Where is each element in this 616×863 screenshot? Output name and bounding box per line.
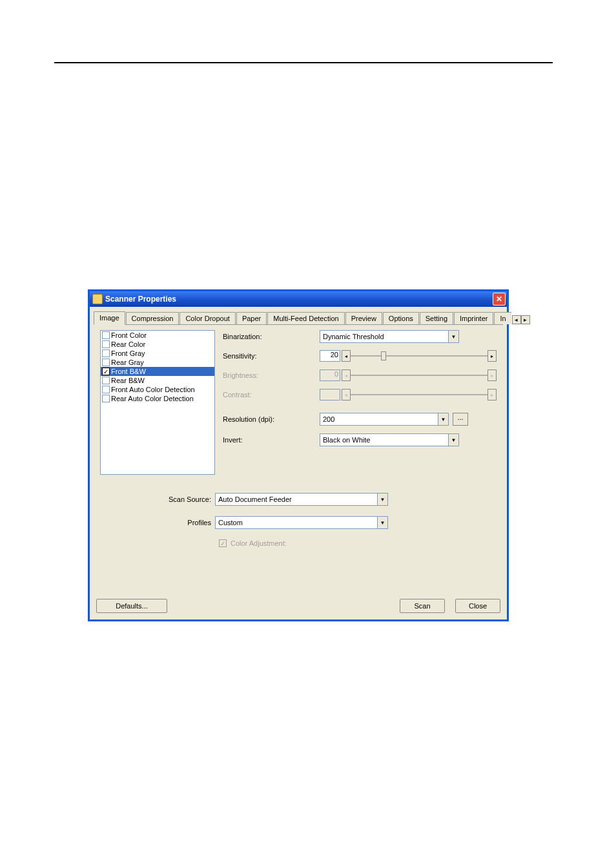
- contrast-label: Contrast:: [223, 391, 320, 399]
- page-rule: [54, 62, 553, 63]
- list-item: ✓Front B&W: [101, 367, 214, 376]
- contrast-slider: [351, 389, 488, 400]
- resolution-label: Resolution (dpi):: [223, 415, 320, 423]
- checkbox[interactable]: [102, 349, 110, 357]
- scanner-properties-dialog: Scanner Properties ✕ Image Compression C…: [88, 289, 509, 621]
- checkbox[interactable]: [102, 331, 110, 339]
- resolution-more-button[interactable]: ...: [453, 413, 468, 426]
- slider-right-icon: ▸: [488, 389, 497, 400]
- tab-multi-feed-detection[interactable]: Multi-Feed Detection: [267, 312, 345, 324]
- scan-source-label: Scan Source:: [100, 495, 215, 503]
- sensitivity-label: Sensitivity:: [223, 352, 320, 360]
- checkbox[interactable]: [102, 340, 110, 348]
- resolution-value: 200: [323, 415, 334, 423]
- brightness-value: 0: [320, 369, 340, 381]
- binarization-value: Dynamic Threshold: [323, 333, 384, 340]
- list-item-label: Rear Auto Color Detection: [111, 395, 194, 402]
- resolution-select[interactable]: 200 ▼: [320, 413, 449, 426]
- binarization-label: Binarization:: [223, 333, 320, 340]
- tab-imprinter[interactable]: Imprinter: [454, 312, 493, 324]
- chevron-down-icon: ▼: [438, 413, 448, 425]
- tab-scroll-left-icon[interactable]: ◂: [512, 315, 521, 324]
- checkbox[interactable]: [102, 359, 110, 366]
- tab-overflow[interactable]: In: [494, 312, 511, 324]
- invert-select[interactable]: Black on White ▼: [320, 433, 459, 446]
- scan-source-value: Auto Document Feeder: [218, 495, 292, 503]
- tab-compression[interactable]: Compression: [126, 312, 180, 324]
- brightness-slider: [351, 369, 488, 381]
- list-item: Front Auto Color Detection: [101, 385, 214, 394]
- slider-left-icon: ◂: [342, 369, 351, 381]
- profiles-label: Profiles: [100, 519, 215, 526]
- image-selection-list[interactable]: Front Color Rear Color Front Gray Rear G…: [100, 330, 215, 475]
- list-item: Front Color: [101, 331, 214, 340]
- tab-paper[interactable]: Paper: [236, 312, 267, 324]
- app-icon: [92, 294, 103, 304]
- scan-button[interactable]: Scan: [400, 599, 445, 613]
- tab-scroll-right-icon[interactable]: ▸: [521, 315, 530, 324]
- checkbox[interactable]: [102, 386, 110, 393]
- titlebar: Scanner Properties ✕: [90, 291, 507, 307]
- chevron-down-icon: ▼: [377, 517, 387, 528]
- tab-image[interactable]: Image: [94, 311, 125, 325]
- chevron-down-icon: ▼: [448, 331, 458, 342]
- tab-preview[interactable]: Preview: [345, 312, 382, 324]
- tab-color-dropout[interactable]: Color Dropout: [180, 312, 235, 324]
- checkbox[interactable]: [102, 395, 110, 402]
- profiles-value: Custom: [218, 519, 243, 526]
- chevron-down-icon: ▼: [448, 434, 458, 446]
- brightness-label: Brightness:: [223, 371, 320, 379]
- checkbox[interactable]: [102, 377, 110, 384]
- slider-left-icon: ◂: [342, 389, 351, 400]
- invert-value: Black on White: [323, 436, 370, 444]
- close-button[interactable]: Close: [455, 599, 500, 613]
- settings-panel: Binarization: Dynamic Threshold ▼ Sensit…: [215, 330, 497, 475]
- color-adjustment-checkbox-row: ✓ Color Adjustment:: [219, 539, 497, 547]
- list-item-label: Front Color: [111, 331, 147, 339]
- binarization-select[interactable]: Dynamic Threshold ▼: [320, 330, 459, 343]
- profiles-select[interactable]: Custom ▼: [215, 516, 388, 529]
- list-item-label: Front Gray: [111, 349, 145, 357]
- invert-label: Invert:: [223, 436, 320, 444]
- chevron-down-icon: ▼: [377, 494, 387, 505]
- defaults-button[interactable]: Defaults...: [96, 599, 167, 613]
- tabs: Image Compression Color Dropout Paper Mu…: [94, 311, 503, 325]
- contrast-value: [320, 389, 340, 400]
- tab-setting[interactable]: Setting: [420, 312, 453, 324]
- slider-right-icon[interactable]: ▸: [488, 350, 497, 362]
- list-item-label: Rear Color: [111, 340, 145, 348]
- tab-scroll: ◂ ▸: [512, 315, 530, 324]
- list-item: Rear Auto Color Detection: [101, 394, 214, 403]
- slider-right-icon: ▸: [488, 369, 497, 381]
- list-item: Rear Color: [101, 340, 214, 349]
- list-item-label: Front B&W: [111, 368, 146, 375]
- window-title: Scanner Properties: [105, 295, 493, 304]
- sensitivity-slider[interactable]: [351, 350, 488, 362]
- color-adjustment-checkbox: ✓: [219, 539, 227, 547]
- list-item-label: Front Auto Color Detection: [111, 386, 195, 393]
- list-item: Front Gray: [101, 349, 214, 358]
- list-item: Rear B&W: [101, 376, 214, 385]
- lower-panel: Scan Source: Auto Document Feeder ▼ Prof…: [100, 493, 497, 547]
- color-adjustment-label: Color Adjustment:: [231, 539, 287, 547]
- sensitivity-value[interactable]: 20: [320, 350, 340, 362]
- list-item-label: Rear Gray: [111, 359, 144, 366]
- slider-left-icon[interactable]: ◂: [342, 350, 351, 362]
- list-item: Rear Gray: [101, 358, 214, 367]
- tab-content: Front Color Rear Color Front Gray Rear G…: [94, 325, 503, 595]
- list-item-label: Rear B&W: [111, 377, 145, 384]
- dialog-footer: Defaults... Scan Close: [90, 599, 507, 619]
- close-icon[interactable]: ✕: [493, 293, 506, 306]
- checkbox[interactable]: ✓: [102, 368, 110, 375]
- tab-options[interactable]: Options: [383, 312, 419, 324]
- scan-source-select[interactable]: Auto Document Feeder ▼: [215, 493, 388, 506]
